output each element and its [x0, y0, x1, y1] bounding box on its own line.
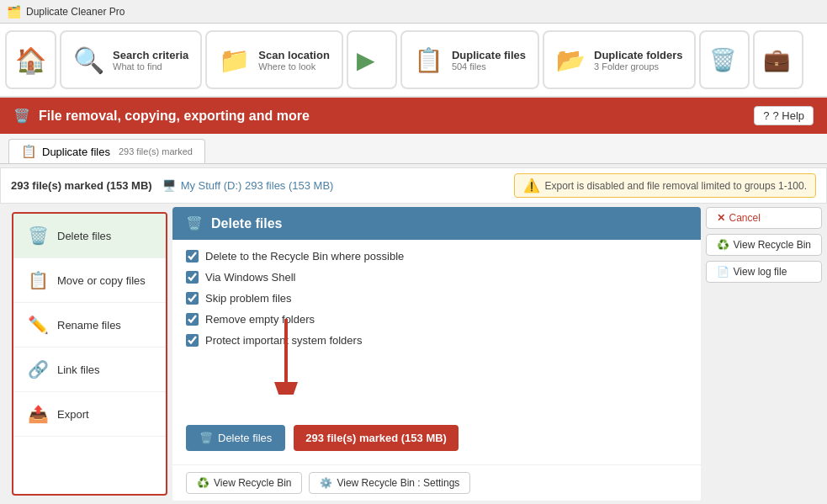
drive-icon: 🖥️ [162, 179, 176, 192]
move-icon: 📋 [27, 270, 49, 290]
action-panel: 🗑️ Delete files Delete to the Recycle Bi… [172, 207, 701, 501]
panel-header-title: Delete files [211, 216, 282, 231]
action-link-label: Link files [57, 363, 100, 376]
checkbox-empty: Remove empty folders [186, 313, 687, 326]
view-log-label: View log file [734, 266, 787, 278]
action-footer: 🗑️ Delete files 293 file(s) marked (153 … [172, 416, 701, 464]
panel-body: Delete to the Recycle Bin where possible… [172, 240, 701, 416]
checkbox-protect-input[interactable] [186, 334, 199, 347]
search-criteria-title: Search criteria [113, 49, 188, 61]
dupfolders-icon: 📂 [556, 46, 586, 74]
cancel-button[interactable]: ✕ Cancel [706, 207, 822, 229]
duplicate-files-tab[interactable]: 📋 Duplicate files 293 file(s) marked [8, 139, 205, 163]
search-criteria-sub: What to find [113, 61, 188, 72]
action-sidebar: 🗑️ Delete files 📋 Move or copy files ✏️ … [12, 212, 167, 496]
action-delete[interactable]: 🗑️ Delete files [13, 214, 166, 258]
nav-duplicate-files[interactable]: 📋 Duplicate files 504 files [400, 30, 539, 89]
help-label: ? Help [772, 109, 804, 122]
right-view-recycle-button[interactable]: ♻️ View Recycle Bin [706, 234, 822, 256]
dupfolders-title: Duplicate folders [594, 49, 682, 61]
app-title: Duplicate Cleaner Pro [26, 6, 125, 18]
nav-scan-location[interactable]: 📁 Scan location Where to look [205, 30, 343, 89]
checkbox-protect: Protect important system folders [186, 334, 687, 347]
home-icon: 🏠 [15, 45, 46, 75]
action-link[interactable]: 🔗 Link files [13, 347, 166, 392]
recycle-icon: ♻️ [197, 477, 209, 489]
nav-search-criteria[interactable]: 🔍 Search criteria What to find [60, 30, 202, 89]
action-rename-label: Rename files [57, 319, 121, 332]
link-icon: 🔗 [27, 359, 49, 379]
action-export-label: Export [57, 408, 89, 421]
action2-icon: 💼 [763, 47, 790, 73]
log-icon: 📄 [717, 266, 729, 278]
checkbox-shell-label: Via Windows Shell [205, 271, 295, 284]
checkbox-protect-label: Protect important system folders [205, 334, 362, 347]
nav-action2[interactable]: 💼 [753, 30, 803, 89]
right-actions: ✕ Cancel ♻️ View Recycle Bin 📄 View log … [706, 207, 822, 501]
nav-duplicate-folders[interactable]: 📂 Duplicate folders 3 Folder groups [543, 30, 696, 89]
checkbox-recycle: Delete to the Recycle Bin where possible [186, 250, 687, 263]
play-icon: ▶ [357, 46, 375, 74]
section-title: File removal, copying, exporting and mor… [39, 109, 310, 124]
panel-header-icon: 🗑️ [186, 215, 203, 231]
panel-header: 🗑️ Delete files [172, 207, 701, 240]
tab-label: Duplicate files [42, 146, 110, 158]
action-delete-label: Delete files [57, 230, 111, 242]
scan-location-title: Scan location [258, 49, 330, 61]
nav-action1[interactable]: 🗑️ [699, 30, 750, 89]
warning-text: Export is disabled and file removal limi… [545, 180, 808, 192]
warning-icon: ⚠️ [523, 178, 540, 194]
delete-files-button[interactable]: 🗑️ Delete files [186, 425, 285, 451]
nav-play[interactable]: ▶ [347, 30, 397, 89]
dupfiles-title: Duplicate files [452, 49, 526, 61]
scan-location-sub: Where to look [258, 61, 330, 72]
dupfiles-sub: 504 files [452, 61, 526, 72]
dupfiles-icon: 📋 [414, 46, 443, 74]
app-container: 🗂️ Duplicate Cleaner Pro 🏠 🔍 Search crit… [0, 0, 827, 504]
delete-btn-icon: 🗑️ [199, 432, 213, 444]
export-icon: 📤 [27, 404, 49, 424]
cancel-label: Cancel [729, 212, 761, 224]
action-move[interactable]: 📋 Move or copy files [13, 258, 166, 303]
title-bar: 🗂️ Duplicate Cleaner Pro [0, 0, 827, 24]
checkbox-empty-label: Remove empty folders [205, 313, 315, 326]
nav-home[interactable]: 🏠 [5, 30, 56, 89]
action-export[interactable]: 📤 Export [13, 392, 166, 437]
settings-label: View Recycle Bin : Settings [337, 477, 459, 489]
right-view-recycle-label: View Recycle Bin [734, 239, 811, 251]
settings-icon: ⚙️ [320, 477, 332, 489]
help-button[interactable]: ? ? Help [754, 106, 814, 125]
right-panel-wrapper: 🗑️ Delete files Delete to the Recycle Bi… [172, 207, 701, 501]
rename-icon: ✏️ [27, 315, 49, 335]
action-move-label: Move or copy files [57, 274, 146, 287]
marked-info: 293 file(s) marked (153 MB) [11, 179, 152, 192]
help-icon: ? [763, 109, 769, 122]
tab-area: 📋 Duplicate files 293 file(s) marked [0, 134, 827, 164]
checkbox-recycle-input[interactable] [186, 250, 199, 263]
checkbox-empty-input[interactable] [186, 313, 199, 326]
view-recycle-bin-button[interactable]: ♻️ View Recycle Bin [186, 472, 302, 494]
warning-bar: ⚠️ Export is disabled and file removal l… [514, 173, 817, 198]
drive-info: 🖥️ My Stuff (D:) 293 files (153 MB) [162, 179, 334, 192]
section-icon: 🗑️ [13, 108, 30, 124]
view-log-button[interactable]: 📄 View log file [706, 261, 822, 283]
view-recycle-label: View Recycle Bin [214, 477, 291, 489]
folder-icon: 📁 [219, 45, 250, 75]
delete-icon: 🗑️ [27, 225, 49, 246]
panels-row: 🗑️ Delete files 📋 Move or copy files ✏️ … [0, 204, 827, 504]
nav-toolbar: 🏠 🔍 Search criteria What to find 📁 Scan … [0, 24, 827, 98]
action-rename[interactable]: ✏️ Rename files [13, 303, 166, 347]
view-recycle-area: ♻️ View Recycle Bin ⚙️ View Recycle Bin … [172, 464, 701, 501]
checkbox-skip-input[interactable] [186, 292, 199, 305]
search-icon: 🔍 [73, 45, 104, 75]
tab-badge: 293 file(s) marked [119, 146, 193, 157]
dupfolders-sub: 3 Folder groups [594, 61, 682, 72]
view-recycle-settings-button[interactable]: ⚙️ View Recycle Bin : Settings [309, 472, 470, 494]
checkbox-shell: Via Windows Shell [186, 271, 687, 284]
checkbox-shell-input[interactable] [186, 271, 199, 284]
tab-icon: 📋 [21, 144, 37, 159]
checkbox-skip: Skip problem files [186, 292, 687, 305]
app-icon: 🗂️ [7, 5, 21, 19]
action1-icon: 🗑️ [709, 47, 736, 73]
status-bar: 293 file(s) marked (153 MB) 🖥️ My Stuff … [0, 167, 827, 204]
